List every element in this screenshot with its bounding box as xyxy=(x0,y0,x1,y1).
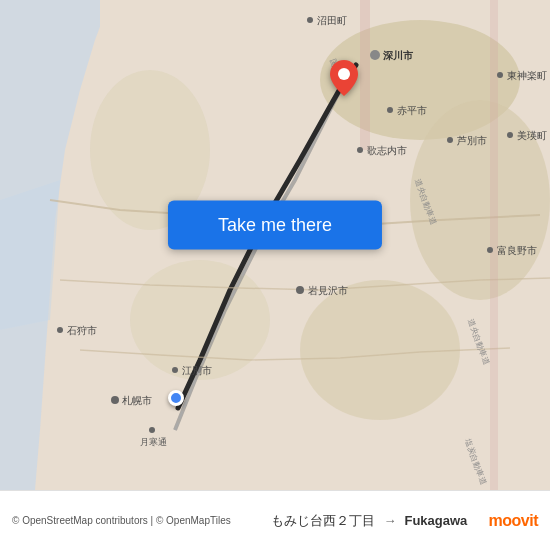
svg-point-27 xyxy=(111,396,119,404)
moovit-text: moovit xyxy=(489,512,538,530)
svg-text:石狩市: 石狩市 xyxy=(67,325,97,336)
bottom-bar: © OpenStreetMap contributors | © OpenMap… xyxy=(0,490,550,550)
svg-point-29 xyxy=(149,427,155,433)
svg-point-23 xyxy=(57,327,63,333)
svg-point-21 xyxy=(296,286,304,294)
svg-point-31 xyxy=(370,50,380,60)
route-arrow: → xyxy=(383,513,396,528)
origin-pin xyxy=(168,390,184,406)
svg-text:美瑛町: 美瑛町 xyxy=(517,130,547,141)
svg-text:沼田町: 沼田町 xyxy=(317,15,347,26)
svg-point-7 xyxy=(307,17,313,23)
svg-point-25 xyxy=(172,367,178,373)
svg-text:歌志内市: 歌志内市 xyxy=(367,145,407,156)
route-to: Fukagawa xyxy=(404,513,467,528)
svg-point-13 xyxy=(447,137,453,143)
svg-point-11 xyxy=(357,147,363,153)
svg-text:東神楽町: 東神楽町 xyxy=(507,70,547,81)
map-attribution: © OpenStreetMap contributors | © OpenMap… xyxy=(12,515,250,526)
svg-text:札幌市: 札幌市 xyxy=(122,395,152,406)
svg-point-9 xyxy=(387,107,393,113)
svg-point-17 xyxy=(507,132,513,138)
svg-point-4 xyxy=(300,280,460,420)
svg-text:深川市: 深川市 xyxy=(383,50,414,61)
take-me-there-button[interactable]: Take me there xyxy=(168,201,382,250)
svg-point-19 xyxy=(487,247,493,253)
svg-text:江別市: 江別市 xyxy=(182,365,212,376)
svg-point-15 xyxy=(497,72,503,78)
destination-pin xyxy=(330,60,358,100)
moovit-logo: moovit xyxy=(489,512,538,530)
svg-text:赤平市: 赤平市 xyxy=(397,105,427,116)
map-container: 沼田町 赤平市 歌志内市 芦別市 東神楽町 美瑛町 富良野市 岩見沢市 石狩市 … xyxy=(0,0,550,490)
svg-text:岩見沢市: 岩見沢市 xyxy=(308,285,348,296)
svg-text:芦別市: 芦別市 xyxy=(457,135,487,146)
route-info: もみじ台西２丁目 → Fukagawa xyxy=(250,512,488,530)
route-from: もみじ台西２丁目 xyxy=(271,512,375,530)
svg-point-37 xyxy=(338,68,350,80)
svg-text:富良野市: 富良野市 xyxy=(497,245,537,256)
svg-text:月寒通: 月寒通 xyxy=(140,437,167,447)
